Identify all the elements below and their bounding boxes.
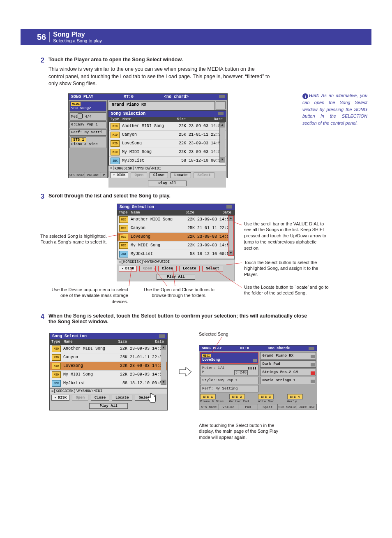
sts2-button[interactable]: STS 2 [229,394,245,399]
song-row[interactable]: JBXMyJbxList5818-12-10 00:55 [109,157,226,165]
song-row[interactable]: MIDCanyon25K21-01-11 22:33 [109,131,226,139]
close-button[interactable]: Close [150,172,168,178]
song-date: 23-09-03 14:59 [195,243,233,248]
song-date: 23-09-03 14:59 [195,217,233,222]
mute-icon [311,371,315,375]
sts1-button[interactable]: STS 1 [200,394,216,399]
ss1-style[interactable]: e:Easy Pop 1 [69,121,106,128]
play-all-button[interactable]: Play All [148,181,186,186]
song-row[interactable]: MIDAnother MIDI Song22K23-09-03 14:59 [50,345,167,353]
res-title-left: SONG PLAY [202,346,222,350]
device-popup[interactable]: DISK [51,395,69,401]
tab-subscale[interactable]: Sub Scale [278,404,297,410]
callout-openclose: Use the Open and Close buttons to browse… [138,287,220,299]
ss1-grand-piano[interactable]: Grand Piano RX [109,101,215,111]
device-popup[interactable]: DISK [110,172,128,178]
locate-button[interactable]: Locate [112,395,132,401]
ss2-scrollbar[interactable]: ▲ ▼ [228,216,234,256]
step-4: 4 When the Song is selected, touch the S… [25,313,367,453]
open-button[interactable]: Open [72,395,88,401]
song-row[interactable]: MIDAnother MIDI Song22K23-09-03 14:59 [118,216,234,224]
res-footer-tabs: STS Name Volume Pad Split Sub Scale Juke… [199,404,317,410]
callout-locate: Use the Locate button to ‘locate’ and go… [244,284,330,297]
menu-drop-icon[interactable] [219,95,225,98]
res-upper2[interactable]: Dark Pad [260,360,316,368]
scroll-up-icon[interactable]: ▲ [161,345,166,350]
step-4-number: 4 [36,313,44,320]
song-row[interactable]: JBXMyJbxList5818-12-10 00:55 [118,250,234,259]
ss3-menu-drop-icon[interactable] [159,334,165,338]
sts4-button[interactable]: STS 4 [287,394,303,399]
ss2-menu-drop-icon[interactable] [226,205,232,209]
scroll-down-icon[interactable]: ▼ [220,157,225,162]
tab-volume[interactable]: Volume [219,404,239,410]
song-date: 23-09-03 14:59 [127,364,165,368]
scroll-down-icon[interactable]: ▼ [228,250,233,255]
res-perf[interactable]: Perf: My Setting [200,385,258,392]
ss1-titlebar: SONG PLAY MT:0 <no chord> [69,94,227,100]
device-popup[interactable]: DISK [119,266,137,271]
ss2-list-header: Type Name Size Date [117,210,235,215]
ss1-perf[interactable]: Perf: My Setti [69,129,106,136]
song-date: 23-09-03 14:59 [186,141,224,146]
song-row[interactable]: MIDMy MIDI Song22K23-09-03 14:59 [50,371,167,379]
ss2-song-list[interactable]: MIDAnother MIDI Song22K23-09-03 14:59MID… [117,215,235,259]
ss1-scrollbar[interactable]: ▲ ▼ [219,122,225,162]
locate-button[interactable]: Locate [171,172,191,178]
song-row[interactable]: MIDCanyon25K21-01-11 22:33 [118,224,234,233]
tab-p[interactable]: P [101,172,107,178]
col-name: Name [122,117,169,121]
song-row[interactable]: MIDLoveSong22K23-09-03 14:59 [118,233,234,241]
song-name: My MIDI Song [63,372,111,377]
sts3-button[interactable]: STS 3 [258,394,274,399]
play-all-button[interactable]: Play All [157,274,195,280]
song-row[interactable]: MIDLoveSong22K23-09-03 14:59 [109,139,226,148]
scroll-down-icon[interactable]: ▼ [161,380,166,385]
song-name: My MIDI Song [122,150,170,154]
tab-pad[interactable]: Pad [238,404,258,410]
close-button[interactable]: Close [91,395,109,401]
song-row[interactable]: MIDLoveSong22K23-09-03 14:59 [50,362,167,371]
tab-sts-name[interactable]: STS Name [199,404,219,410]
file-type-icon: MID [119,234,128,240]
scroll-up-icon[interactable]: ▲ [220,123,225,128]
file-type-icon: MID [111,140,120,147]
play-all-button[interactable]: Play All [89,403,127,409]
res-style[interactable]: Style:Easy Pop 1 [200,377,258,384]
step-2: 2 Touch the Player area to open the Song… [25,57,367,178]
song-row[interactable]: MIDMy MIDI Song22K23-09-03 14:59 [109,148,226,157]
hand-cursor-icon [147,392,158,405]
open-button[interactable]: Open [139,266,156,271]
song-row[interactable]: MIDCanyon25K21-01-11 22:33 [50,353,167,362]
tab-volume[interactable]: Volume [85,172,101,178]
scroll-up-icon[interactable]: ▲ [228,216,233,221]
song-row[interactable]: MIDAnother MIDI Song22K23-09-03 14:59 [109,122,226,131]
song-name: LoveSong [63,364,111,368]
sel-menu-drop-icon[interactable] [218,112,224,115]
res-title-right: <no chord> [268,346,290,350]
select-button[interactable]: Select [202,266,223,271]
ss3-song-list[interactable]: MIDAnother MIDI Song22K23-09-03 14:59MID… [50,344,167,388]
res-lower[interactable]: Movie Strings 1 [260,377,316,384]
tab-split[interactable]: Split [258,404,278,410]
res-upper1[interactable]: Grand Piano RX [260,352,316,359]
tab-jukebox[interactable]: Juke Box [297,404,317,410]
ss1-icon-right[interactable] [216,101,226,109]
res-menu-drop-icon[interactable] [309,347,314,350]
open-button[interactable]: Open [131,172,147,178]
song-size: 25K [170,132,186,137]
locate-button[interactable]: Locate [179,266,200,271]
file-type-icon: MID [119,225,128,232]
ss3-scrollbar[interactable]: ▲ ▼ [161,345,166,385]
select-button[interactable]: Select [194,172,214,178]
ss1-no-song: <no song> [71,106,91,110]
ss1-song-list[interactable]: MIDAnother MIDI Song22K23-09-03 14:59MID… [108,122,226,166]
ss1-sts[interactable]: STS 1 Piano & Sine [69,137,106,148]
song-row[interactable]: JBXMyJbxList5818-12-10 00:55 [50,379,167,388]
song-name: LoveSong [122,141,170,146]
ss2-selection-title: Song Selection [120,205,154,209]
close-button[interactable]: Close [158,266,177,271]
tab-sts-name[interactable]: STS Name [69,172,85,178]
song-row[interactable]: MIDMy MIDI Song22K23-09-03 14:59 [118,241,234,250]
res-upper3[interactable]: Strings Ens.2 GM [260,369,316,376]
